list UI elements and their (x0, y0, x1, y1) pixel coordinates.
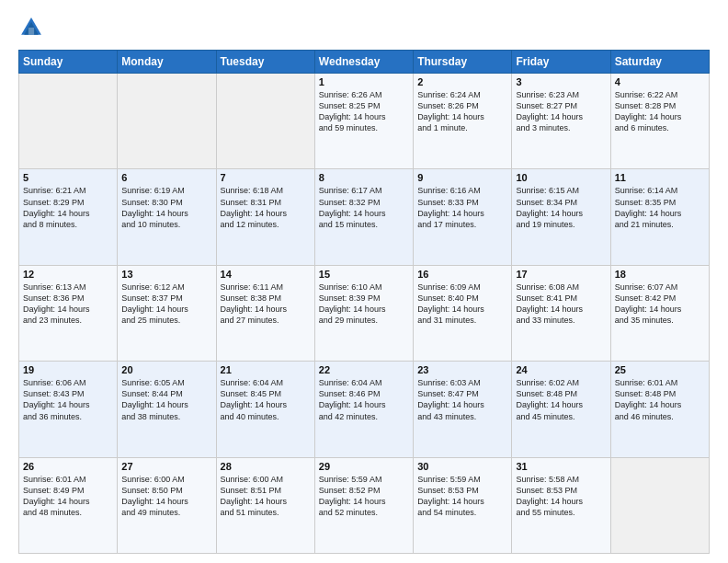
calendar: SundayMondayTuesdayWednesdayThursdayFrid… (18, 50, 710, 554)
day-cell-30: 30Sunrise: 5:59 AM Sunset: 8:53 PM Dayli… (414, 457, 512, 553)
day-number: 23 (417, 364, 507, 375)
day-number: 4 (615, 76, 705, 87)
day-cell-17: 17Sunrise: 6:08 AM Sunset: 8:41 PM Dayli… (512, 265, 610, 361)
empty-cell (19, 74, 118, 169)
day-info: Sunrise: 6:17 AM Sunset: 8:32 PM Dayligh… (319, 185, 409, 230)
day-cell-11: 11Sunrise: 6:14 AM Sunset: 8:35 PM Dayli… (610, 169, 709, 265)
week-row-5: 26Sunrise: 6:01 AM Sunset: 8:49 PM Dayli… (19, 457, 710, 553)
day-number: 1 (319, 76, 409, 87)
day-number: 12 (23, 269, 113, 280)
day-info: Sunrise: 5:59 AM Sunset: 8:53 PM Dayligh… (417, 474, 507, 519)
day-cell-25: 25Sunrise: 6:01 AM Sunset: 8:48 PM Dayli… (610, 362, 709, 457)
day-cell-9: 9Sunrise: 6:16 AM Sunset: 8:33 PM Daylig… (414, 169, 512, 265)
day-cell-20: 20Sunrise: 6:05 AM Sunset: 8:44 PM Dayli… (118, 362, 216, 457)
week-row-3: 12Sunrise: 6:13 AM Sunset: 8:36 PM Dayli… (19, 265, 710, 361)
day-number: 6 (121, 172, 211, 183)
weekday-header-thursday: Thursday (414, 51, 512, 74)
day-info: Sunrise: 6:18 AM Sunset: 8:31 PM Dayligh… (221, 185, 311, 230)
day-number: 11 (615, 172, 705, 183)
day-info: Sunrise: 6:15 AM Sunset: 8:34 PM Dayligh… (516, 185, 606, 230)
day-cell-5: 5Sunrise: 6:21 AM Sunset: 8:29 PM Daylig… (19, 169, 118, 265)
day-info: Sunrise: 6:08 AM Sunset: 8:41 PM Dayligh… (516, 282, 606, 327)
weekday-header-tuesday: Tuesday (216, 51, 314, 74)
day-number: 31 (516, 461, 606, 472)
weekday-header-friday: Friday (512, 51, 610, 74)
day-cell-8: 8Sunrise: 6:17 AM Sunset: 8:32 PM Daylig… (314, 169, 413, 265)
day-info: Sunrise: 6:01 AM Sunset: 8:49 PM Dayligh… (23, 474, 113, 519)
day-info: Sunrise: 6:00 AM Sunset: 8:51 PM Dayligh… (221, 474, 311, 519)
weekday-header-monday: Monday (118, 51, 216, 74)
day-number: 7 (221, 172, 311, 183)
day-number: 24 (516, 364, 606, 375)
day-number: 19 (23, 364, 113, 375)
day-cell-12: 12Sunrise: 6:13 AM Sunset: 8:36 PM Dayli… (19, 265, 118, 361)
weekday-header-row: SundayMondayTuesdayWednesdayThursdayFrid… (19, 51, 710, 74)
day-number: 26 (23, 461, 113, 472)
day-info: Sunrise: 6:22 AM Sunset: 8:28 PM Dayligh… (615, 89, 705, 134)
day-cell-14: 14Sunrise: 6:11 AM Sunset: 8:38 PM Dayli… (216, 265, 314, 361)
day-info: Sunrise: 6:02 AM Sunset: 8:48 PM Dayligh… (516, 377, 606, 422)
day-number: 5 (23, 172, 113, 183)
day-number: 10 (516, 172, 606, 183)
day-number: 22 (319, 364, 409, 375)
day-info: Sunrise: 6:01 AM Sunset: 8:48 PM Dayligh… (615, 377, 705, 422)
day-cell-15: 15Sunrise: 6:10 AM Sunset: 8:39 PM Dayli… (314, 265, 413, 361)
day-cell-1: 1Sunrise: 6:26 AM Sunset: 8:25 PM Daylig… (314, 74, 413, 169)
weekday-header-sunday: Sunday (19, 51, 118, 74)
day-number: 8 (319, 172, 409, 183)
day-number: 17 (516, 269, 606, 280)
logo (18, 15, 48, 40)
day-cell-19: 19Sunrise: 6:06 AM Sunset: 8:43 PM Dayli… (19, 362, 118, 457)
day-number: 25 (615, 364, 705, 375)
day-cell-13: 13Sunrise: 6:12 AM Sunset: 8:37 PM Dayli… (118, 265, 216, 361)
day-info: Sunrise: 6:03 AM Sunset: 8:47 PM Dayligh… (417, 377, 507, 422)
day-number: 29 (319, 461, 409, 472)
day-info: Sunrise: 6:04 AM Sunset: 8:46 PM Dayligh… (319, 377, 409, 422)
day-number: 9 (417, 172, 507, 183)
day-number: 28 (221, 461, 311, 472)
day-number: 21 (221, 364, 311, 375)
logo-icon (18, 15, 44, 40)
day-cell-6: 6Sunrise: 6:19 AM Sunset: 8:30 PM Daylig… (118, 169, 216, 265)
day-number: 18 (615, 269, 705, 280)
day-info: Sunrise: 6:11 AM Sunset: 8:38 PM Dayligh… (221, 282, 311, 327)
day-number: 27 (121, 461, 211, 472)
day-info: Sunrise: 6:07 AM Sunset: 8:42 PM Dayligh… (615, 282, 705, 327)
day-cell-24: 24Sunrise: 6:02 AM Sunset: 8:48 PM Dayli… (512, 362, 610, 457)
day-cell-26: 26Sunrise: 6:01 AM Sunset: 8:49 PM Dayli… (19, 457, 118, 553)
day-info: Sunrise: 6:00 AM Sunset: 8:50 PM Dayligh… (121, 474, 211, 519)
page: SundayMondayTuesdayWednesdayThursdayFrid… (0, 0, 728, 563)
day-cell-3: 3Sunrise: 6:23 AM Sunset: 8:27 PM Daylig… (512, 74, 610, 169)
day-info: Sunrise: 6:23 AM Sunset: 8:27 PM Dayligh… (516, 89, 606, 134)
empty-cell (118, 74, 216, 169)
day-info: Sunrise: 6:05 AM Sunset: 8:44 PM Dayligh… (121, 377, 211, 422)
svg-rect-2 (28, 28, 34, 35)
day-info: Sunrise: 6:10 AM Sunset: 8:39 PM Dayligh… (319, 282, 409, 327)
day-info: Sunrise: 6:16 AM Sunset: 8:33 PM Dayligh… (417, 185, 507, 230)
week-row-4: 19Sunrise: 6:06 AM Sunset: 8:43 PM Dayli… (19, 362, 710, 457)
day-cell-10: 10Sunrise: 6:15 AM Sunset: 8:34 PM Dayli… (512, 169, 610, 265)
day-cell-7: 7Sunrise: 6:18 AM Sunset: 8:31 PM Daylig… (216, 169, 314, 265)
day-info: Sunrise: 6:26 AM Sunset: 8:25 PM Dayligh… (319, 89, 409, 134)
day-info: Sunrise: 6:13 AM Sunset: 8:36 PM Dayligh… (23, 282, 113, 327)
day-number: 14 (221, 269, 311, 280)
day-number: 16 (417, 269, 507, 280)
day-info: Sunrise: 6:04 AM Sunset: 8:45 PM Dayligh… (221, 377, 311, 422)
day-info: Sunrise: 6:24 AM Sunset: 8:26 PM Dayligh… (417, 89, 507, 134)
day-cell-16: 16Sunrise: 6:09 AM Sunset: 8:40 PM Dayli… (414, 265, 512, 361)
day-info: Sunrise: 5:58 AM Sunset: 8:53 PM Dayligh… (516, 474, 606, 519)
day-cell-22: 22Sunrise: 6:04 AM Sunset: 8:46 PM Dayli… (314, 362, 413, 457)
day-info: Sunrise: 6:06 AM Sunset: 8:43 PM Dayligh… (23, 377, 113, 422)
weekday-header-saturday: Saturday (610, 51, 709, 74)
weekday-header-wednesday: Wednesday (314, 51, 413, 74)
day-cell-2: 2Sunrise: 6:24 AM Sunset: 8:26 PM Daylig… (414, 74, 512, 169)
day-cell-29: 29Sunrise: 5:59 AM Sunset: 8:52 PM Dayli… (314, 457, 413, 553)
empty-cell (216, 74, 314, 169)
day-cell-31: 31Sunrise: 5:58 AM Sunset: 8:53 PM Dayli… (512, 457, 610, 553)
day-cell-21: 21Sunrise: 6:04 AM Sunset: 8:45 PM Dayli… (216, 362, 314, 457)
header (18, 15, 710, 40)
day-info: Sunrise: 6:14 AM Sunset: 8:35 PM Dayligh… (615, 185, 705, 230)
day-number: 2 (417, 76, 507, 87)
day-cell-27: 27Sunrise: 6:00 AM Sunset: 8:50 PM Dayli… (118, 457, 216, 553)
week-row-2: 5Sunrise: 6:21 AM Sunset: 8:29 PM Daylig… (19, 169, 710, 265)
